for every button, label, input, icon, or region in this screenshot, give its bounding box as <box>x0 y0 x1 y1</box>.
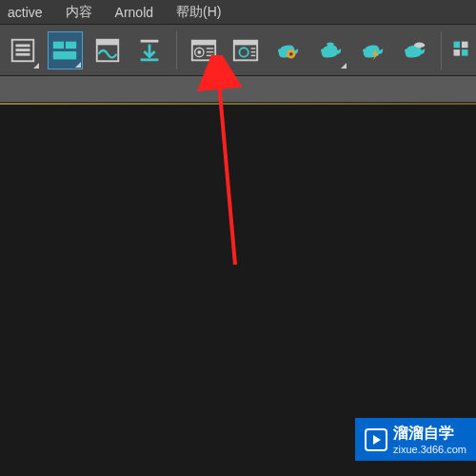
svg-rect-16 <box>207 50 214 51</box>
svg-rect-1 <box>16 44 30 47</box>
layers-button[interactable] <box>6 31 40 69</box>
svg-rect-19 <box>234 40 257 45</box>
panels-icon <box>50 36 79 65</box>
wave-window-icon <box>93 36 122 65</box>
toolbar-divider <box>176 31 177 69</box>
svg-rect-22 <box>251 50 256 51</box>
svg-rect-10 <box>141 58 159 61</box>
svg-rect-29 <box>462 41 468 48</box>
toolbar-divider-2 <box>441 31 442 69</box>
svg-rect-8 <box>96 39 118 45</box>
svg-rect-23 <box>251 54 256 55</box>
svg-rect-5 <box>66 41 76 49</box>
watermark-brand: 溜溜自学 <box>393 425 454 441</box>
watermark-url: zixue.3d66.com <box>393 444 466 455</box>
svg-rect-2 <box>16 49 30 51</box>
svg-rect-6 <box>53 50 76 58</box>
menu-help[interactable]: 帮助(H) <box>176 4 221 21</box>
svg-rect-17 <box>207 54 214 55</box>
toolbar-secondary <box>0 76 476 103</box>
svg-rect-15 <box>207 48 214 49</box>
teapot-icon <box>316 36 345 65</box>
svg-rect-31 <box>462 50 468 56</box>
panels-button[interactable] <box>48 31 82 69</box>
teapot-cloud-button[interactable] <box>397 31 431 69</box>
svg-point-26 <box>327 42 334 46</box>
svg-rect-12 <box>192 40 215 45</box>
render-setup-icon <box>189 36 218 65</box>
play-icon <box>365 428 387 451</box>
grid-button[interactable] <box>451 31 470 69</box>
wave-window-button[interactable] <box>90 31 125 69</box>
svg-rect-4 <box>53 41 64 49</box>
teapot-gear-button[interactable] <box>270 31 305 69</box>
svg-point-27 <box>414 42 425 48</box>
render-frame-icon <box>231 36 260 65</box>
menu-arnold[interactable]: Arnold <box>115 5 153 20</box>
download-button[interactable] <box>132 31 167 69</box>
svg-point-25 <box>289 51 293 55</box>
grid-icon <box>451 36 470 65</box>
menu-content[interactable]: 内容 <box>66 4 92 21</box>
teapot-button[interactable] <box>313 31 347 69</box>
teapot-gear-icon <box>273 36 302 65</box>
menu-bar: active 内容 Arnold 帮助(H) <box>0 0 476 25</box>
menu-active[interactable]: active <box>8 5 43 20</box>
teapot-bolt-icon <box>358 36 387 65</box>
svg-rect-3 <box>16 52 30 55</box>
svg-rect-9 <box>141 39 159 42</box>
teapot-bolt-button[interactable] <box>355 31 389 69</box>
svg-point-14 <box>197 50 201 54</box>
watermark: 溜溜自学 zixue.3d66.com <box>355 418 476 461</box>
download-icon <box>135 36 164 65</box>
render-setup-button[interactable] <box>187 31 221 69</box>
layers-icon <box>9 36 37 65</box>
svg-rect-28 <box>454 41 461 48</box>
teapot-cloud-icon <box>400 36 428 65</box>
svg-rect-30 <box>454 50 461 56</box>
main-toolbar <box>0 25 476 76</box>
svg-point-20 <box>240 48 248 56</box>
svg-rect-21 <box>251 48 256 49</box>
render-frame-button[interactable] <box>228 31 263 69</box>
